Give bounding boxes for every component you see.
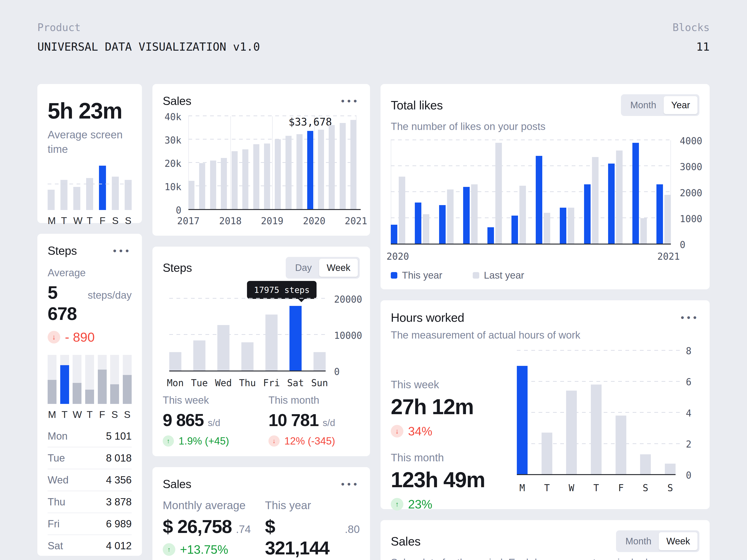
stat-this-week: This week 9 865 s/d ↑ 1.9% (+45)	[163, 394, 268, 447]
screen-time-value: 5h 23m	[48, 98, 132, 124]
bar-this-year	[560, 208, 566, 244]
bar-this-year	[512, 216, 518, 244]
x-tick-label: T	[544, 483, 550, 493]
stat-label: Monthly average	[163, 499, 265, 512]
average-value: 5 678	[48, 282, 83, 324]
x-tick-label: Wed	[215, 377, 232, 388]
x-tick-label: S	[125, 215, 132, 226]
card-subtitle: The number of likes on your posts	[391, 121, 699, 132]
bar-track	[60, 355, 69, 404]
bar	[329, 125, 335, 210]
month-week-toggle[interactable]: MonthWeek	[616, 530, 699, 552]
x-axis-line	[169, 371, 326, 371]
bar-this-year	[608, 164, 615, 244]
bar	[112, 177, 119, 210]
grid-line	[391, 191, 671, 192]
toggle-option-day[interactable]: Day	[288, 259, 319, 277]
bar-last-year	[592, 157, 598, 244]
y-tick-label: 40k	[163, 111, 181, 122]
trend-arrow-icon: ↓	[268, 435, 280, 447]
bar-track	[98, 355, 107, 404]
bar-last-year	[664, 195, 671, 244]
grid-line	[169, 298, 326, 299]
y-tick-label: 20k	[163, 158, 181, 169]
bar	[86, 178, 93, 210]
x-tick-label: 2021	[345, 216, 367, 226]
trend-arrow-icon: ↓	[48, 331, 60, 344]
month-year-toggle[interactable]: MonthYear	[621, 94, 699, 116]
y-tick-label: 8	[686, 346, 691, 356]
delta-value: 34%	[408, 424, 432, 438]
dashboard-page: { "header": { "eyebrow": "Product", "tit…	[0, 0, 747, 560]
y-tick-label: 0	[680, 239, 686, 250]
x-tick-label: S	[667, 483, 673, 493]
stat-cents: .80	[345, 523, 360, 535]
card-sales-summary: Sales ••• Monthly average $ 26,758 .74 ↑…	[152, 467, 370, 560]
bar-this-year	[439, 205, 446, 244]
x-tick-label: W	[569, 483, 574, 493]
trend-arrow-icon: ↑	[391, 498, 403, 510]
toggle-option-month[interactable]: Month	[623, 96, 664, 114]
stat-delta: ↑ +13.75%	[163, 542, 265, 557]
bar	[232, 151, 238, 210]
toggle-option-year[interactable]: Year	[664, 96, 697, 114]
bar-last-year	[495, 143, 502, 244]
grid-line	[391, 217, 671, 218]
x-tick-label: 2018	[219, 216, 241, 226]
more-menu-icon[interactable]: •••	[681, 313, 699, 322]
bar	[199, 163, 205, 210]
more-menu-icon[interactable]: •••	[113, 246, 132, 256]
card-title: Sales	[391, 534, 421, 548]
plot-area: $33,678	[188, 116, 357, 210]
bar-fill	[85, 390, 94, 404]
grid-line	[391, 165, 671, 166]
toggle-option-month[interactable]: Month	[618, 532, 659, 550]
x-tick-label: W	[73, 215, 80, 226]
plot-area	[391, 140, 671, 244]
toggle-option-week[interactable]: Week	[319, 259, 358, 277]
steps-delta: ↓ - 890	[48, 329, 132, 345]
x-axis-labels: MTWTFSS	[48, 215, 132, 226]
card-subtitle: Sales data for the period. Each bar repr…	[391, 557, 699, 560]
stat-value: $ 321,144	[265, 516, 341, 559]
table-row: Sat4 012	[48, 535, 132, 557]
stat-value: 123h 49m	[391, 468, 517, 492]
card-title: Hours worked	[391, 311, 464, 325]
bar	[340, 123, 346, 210]
x-tick-label: F	[98, 409, 107, 420]
chart-legend: This yearLast year	[391, 270, 699, 281]
bars	[48, 355, 132, 404]
more-menu-icon[interactable]: •••	[341, 479, 360, 489]
day-week-toggle[interactable]: DayWeek	[286, 257, 360, 278]
bar	[73, 187, 80, 210]
legend-label: This year	[402, 270, 442, 281]
stat-delta: ↑ 23%	[391, 497, 517, 511]
table-day-value: 6 989	[106, 518, 132, 530]
bar-track	[73, 355, 81, 404]
stat-value: 9 865	[163, 410, 204, 430]
delta-value: 1.9% (+45)	[179, 435, 229, 447]
grid-line-vertical	[314, 116, 315, 210]
stat-cents: .74	[236, 523, 251, 535]
stat-value: 10 781	[268, 410, 318, 430]
bar	[313, 352, 326, 371]
delta-value: 23%	[408, 497, 432, 511]
more-menu-icon[interactable]: •••	[341, 96, 360, 106]
y-tick-label: 0	[334, 366, 340, 377]
x-tick-label: T	[593, 483, 599, 493]
card-title: Steps	[48, 244, 77, 258]
card-subtitle: The measurement of actual hours of work	[391, 329, 699, 341]
plot-area	[517, 350, 675, 475]
card-title: Sales	[163, 477, 191, 491]
bar	[616, 416, 626, 475]
steps-table: Mon5 101Tue8 018Wed4 356Thu3 878Fri6 989…	[48, 425, 132, 560]
toggle-option-week[interactable]: Week	[659, 532, 697, 550]
steps-stacked-chart	[48, 355, 132, 404]
steps-week-chart: MonTueWedThuFriSatSun2000010000017975 st…	[163, 281, 360, 386]
bar-this-year	[584, 184, 591, 244]
bar	[125, 180, 132, 210]
bar	[542, 433, 552, 475]
stat-delta: ↓ 34%	[391, 424, 517, 438]
y-tick-label: 0	[686, 470, 691, 481]
y-tick-label: 4000	[680, 136, 702, 146]
